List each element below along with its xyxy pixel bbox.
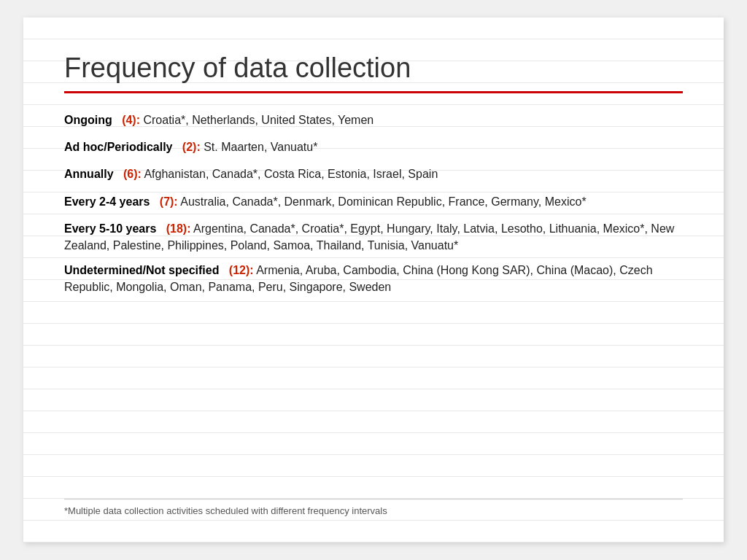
category-countries-adhoc: St. Maarten, Vanuatu* bbox=[204, 141, 317, 153]
category-label-annually: Annually bbox=[64, 168, 114, 180]
category-countries-every5to10: Argentina, Canada*, Croatia*, Egypt, Hun… bbox=[64, 222, 674, 252]
category-label-undetermined: Undetermined/Not specified bbox=[64, 264, 219, 276]
category-countries-ongoing: Croatia*, Netherlands, United States, Ye… bbox=[143, 114, 374, 126]
list-item: Undetermined/Not specified (12): Armenia… bbox=[64, 259, 683, 298]
title-underline bbox=[64, 91, 683, 93]
slide-title: Frequency of data collection bbox=[64, 52, 683, 84]
category-label-adhoc: Ad hoc/Periodically bbox=[64, 141, 172, 153]
category-count-undetermined: (12): bbox=[229, 264, 254, 276]
category-countries-every2to4: Australia, Canada*, Denmark, Dominican R… bbox=[180, 195, 586, 208]
list-item: Ongoing (4): Croatia*, Netherlands, Unit… bbox=[64, 106, 683, 133]
footnote: *Multiple data collection activities sch… bbox=[64, 499, 683, 516]
category-label-every2to4: Every 2-4 years bbox=[64, 195, 150, 208]
category-label-every5to10: Every 5-10 years bbox=[64, 222, 156, 235]
category-count-adhoc: (2): bbox=[182, 141, 201, 153]
list-item: Every 2-4 years (7): Australia, Canada*,… bbox=[64, 188, 683, 215]
category-countries-annually: Afghanistan, Canada*, Costa Rica, Estoni… bbox=[144, 168, 438, 180]
category-count-annually: (6): bbox=[123, 168, 142, 180]
list-item: Every 5-10 years (18): Argentina, Canada… bbox=[64, 215, 683, 259]
content-area: Ongoing (4): Croatia*, Netherlands, Unit… bbox=[64, 106, 683, 516]
category-count-every5to10: (18): bbox=[166, 222, 191, 235]
category-label-ongoing: Ongoing bbox=[64, 114, 112, 126]
list-item: Ad hoc/Periodically (2): St. Maarten, Va… bbox=[64, 133, 683, 160]
list-item: Annually (6): Afghanistan, Canada*, Cost… bbox=[64, 160, 683, 187]
category-count-every2to4: (7): bbox=[160, 195, 178, 208]
slide: Frequency of data collection Ongoing (4)… bbox=[23, 18, 724, 542]
category-count-ongoing: (4): bbox=[122, 114, 140, 126]
